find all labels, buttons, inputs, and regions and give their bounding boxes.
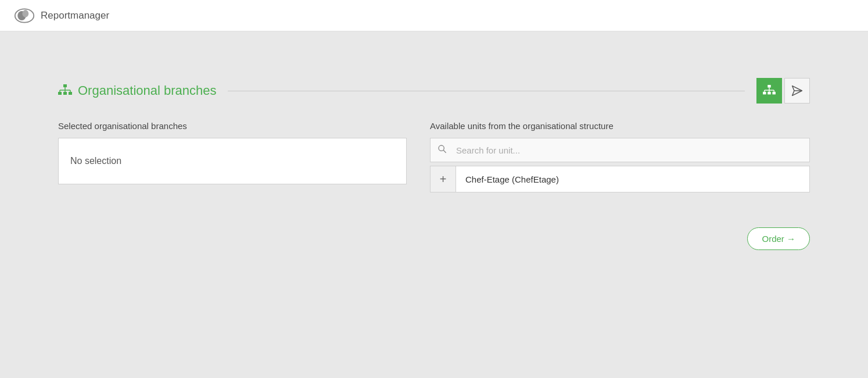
svg-line-23 bbox=[443, 150, 446, 153]
svg-rect-12 bbox=[767, 85, 770, 88]
main-content: Organisational branches bbox=[0, 31, 868, 273]
section-header: Organisational branches bbox=[58, 78, 810, 104]
svg-point-22 bbox=[439, 145, 444, 151]
section-title-area: Organisational branches bbox=[58, 83, 216, 98]
questback-logo bbox=[14, 8, 35, 24]
no-selection-text: No selection bbox=[70, 156, 121, 166]
unit-item[interactable]: + Chef-Etage (ChefEtage) bbox=[430, 166, 810, 192]
left-panel-label: Selected organisational branches bbox=[58, 121, 407, 131]
app-header: Reportmanager bbox=[0, 0, 868, 31]
app-title: Reportmanager bbox=[41, 10, 109, 22]
send-button[interactable] bbox=[784, 78, 810, 104]
svg-rect-14 bbox=[767, 92, 770, 95]
unit-name: Chef-Etage (ChefEtage) bbox=[456, 167, 568, 191]
search-row bbox=[430, 138, 810, 162]
order-button-label: Order → bbox=[762, 234, 795, 244]
search-icon bbox=[437, 144, 447, 154]
left-panel: Selected organisational branches No sele… bbox=[58, 121, 407, 192]
search-input[interactable] bbox=[454, 140, 809, 161]
right-panel-label: Available units from the organisational … bbox=[430, 121, 810, 131]
org-branches-icon bbox=[58, 84, 72, 97]
svg-rect-5 bbox=[63, 92, 67, 95]
selection-box: No selection bbox=[58, 138, 407, 184]
main-columns: Selected organisational branches No sele… bbox=[58, 121, 810, 192]
logo-area: Reportmanager bbox=[14, 8, 109, 24]
right-panel: Available units from the organisational … bbox=[430, 121, 810, 192]
svg-rect-15 bbox=[772, 92, 775, 95]
order-button[interactable]: Order → bbox=[747, 227, 810, 250]
section-actions bbox=[756, 78, 810, 104]
svg-rect-4 bbox=[58, 92, 62, 95]
search-icon-wrap bbox=[431, 138, 454, 162]
svg-point-2 bbox=[22, 10, 28, 17]
svg-rect-13 bbox=[763, 92, 766, 95]
unit-add-button[interactable]: + bbox=[431, 166, 456, 192]
svg-rect-6 bbox=[69, 92, 72, 95]
send-icon bbox=[791, 85, 803, 97]
footer-row: Order → bbox=[58, 227, 810, 250]
org-btn-icon bbox=[763, 85, 776, 97]
section-divider bbox=[228, 91, 745, 91]
svg-rect-3 bbox=[63, 84, 67, 87]
org-chart-button[interactable] bbox=[756, 78, 782, 104]
section-title: Organisational branches bbox=[78, 83, 216, 98]
